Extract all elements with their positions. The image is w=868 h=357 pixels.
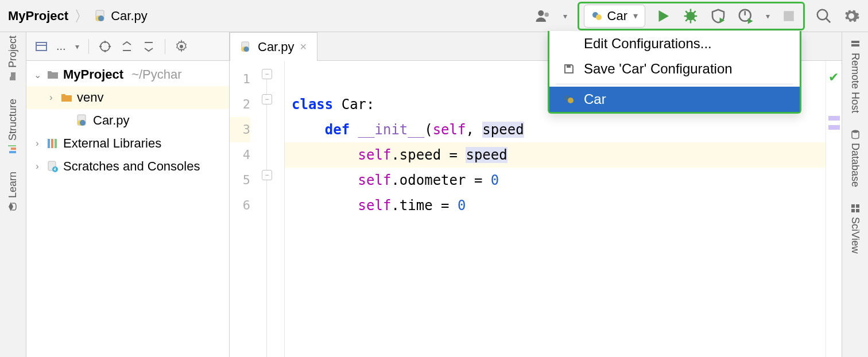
tool-label: Remote Host [849, 53, 861, 113]
svg-point-13 [568, 98, 574, 103]
svg-rect-23 [48, 139, 50, 148]
debug-button[interactable] [682, 7, 699, 25]
structure-icon [8, 144, 18, 154]
svg-rect-32 [851, 44, 859, 46]
learn-icon [8, 201, 18, 212]
python-file-icon [76, 114, 90, 127]
tab-label: Car.py [258, 40, 294, 55]
python-file-icon [241, 41, 252, 53]
breadcrumb-file[interactable]: Car.py [95, 9, 148, 24]
run-config-selector[interactable]: Car ▾ [584, 5, 645, 28]
navigation-bar: MyProject 〉 Car.py ▾ Car ▾ [0, 0, 868, 32]
svg-rect-14 [10, 151, 17, 153]
svg-rect-34 [851, 204, 855, 208]
database-icon [850, 129, 861, 139]
tool-database[interactable]: Database [849, 129, 861, 187]
python-icon [591, 10, 603, 22]
svg-rect-36 [851, 209, 855, 212]
chevron-right-icon: › [46, 92, 56, 103]
tree-file-car[interactable]: Car.py [26, 109, 229, 132]
folder-icon [8, 71, 18, 82]
marker[interactable] [828, 116, 840, 121]
marker[interactable] [828, 125, 840, 130]
right-tool-strip: Remote Host Database SciView [842, 32, 868, 357]
project-panel: ... ▾ ⌄ MyProject [26, 32, 230, 357]
fold-icon[interactable]: − [262, 69, 272, 79]
breadcrumb: MyProject 〉 Car.py [8, 9, 148, 24]
tool-label: Database [849, 143, 861, 187]
left-tool-strip: Project Structure Learn [0, 32, 26, 357]
svg-point-33 [852, 130, 859, 133]
dropdown-label: Save 'Car' Configuration [584, 61, 733, 77]
stop-button [780, 7, 797, 25]
dropdown-separator [556, 84, 793, 84]
line-number: 4 [230, 142, 250, 168]
tool-remote-host[interactable]: Remote Host [849, 39, 861, 113]
close-icon[interactable]: × [300, 40, 307, 53]
tab-car-py[interactable]: Car.py × [230, 32, 317, 61]
breadcrumb-project[interactable]: MyProject [8, 9, 68, 24]
dropdown-label: Edit Configurations... [584, 36, 712, 52]
svg-rect-16 [9, 145, 17, 146]
chevron-down-icon[interactable]: ▾ [563, 11, 567, 21]
svg-rect-31 [851, 41, 859, 43]
sciview-icon [850, 203, 861, 214]
chevron-down-icon: ⌄ [32, 69, 42, 80]
chevron-down-icon[interactable]: ▾ [75, 42, 79, 51]
svg-rect-25 [55, 139, 57, 148]
tree-scratches[interactable]: › Scratches and Consoles [26, 155, 229, 178]
svg-point-4 [544, 12, 549, 17]
dropdown-config-car[interactable]: Car [549, 87, 800, 112]
gear-icon[interactable] [175, 40, 188, 53]
tree-label: MyProject [63, 67, 123, 82]
tree-path: ~/Pychar [131, 67, 181, 82]
gear-icon[interactable] [843, 7, 860, 25]
project-view-label[interactable]: ... [56, 40, 66, 53]
tree-external-libraries[interactable]: › External Libraries [26, 132, 229, 155]
svg-rect-17 [36, 42, 46, 51]
search-icon[interactable] [815, 7, 832, 25]
project-view-icon[interactable] [34, 40, 48, 53]
line-number: 3 [230, 117, 250, 142]
line-number: 2 [230, 92, 250, 117]
tool-label: Learn [7, 172, 19, 198]
svg-rect-11 [567, 65, 571, 68]
svg-rect-24 [51, 139, 53, 148]
chevron-down-icon[interactable]: ▾ [766, 11, 770, 21]
chevron-right-icon: › [32, 138, 42, 149]
tree-label: Car.py [93, 113, 130, 128]
remote-icon [850, 39, 861, 49]
editor-indicator-column: ✔ [826, 61, 842, 357]
tool-sciview[interactable]: SciView [849, 203, 861, 254]
tree-label: Scratches and Consoles [63, 159, 200, 174]
tree-root[interactable]: ⌄ MyProject ~/Pychar [26, 63, 229, 86]
tree-label: External Libraries [63, 136, 161, 151]
chevron-right-icon: 〉 [72, 9, 91, 24]
fold-icon[interactable]: − [262, 170, 272, 180]
tool-learn[interactable]: Learn [7, 172, 19, 212]
locate-icon[interactable] [98, 40, 112, 53]
dropdown-save-configuration[interactable]: Save 'Car' Configuration [549, 56, 800, 82]
dropdown-edit-configurations[interactable]: Edit Configurations... [549, 31, 800, 56]
profile-button[interactable] [737, 7, 754, 25]
dropdown-label: Car [584, 91, 606, 107]
svg-rect-15 [11, 148, 17, 150]
run-button[interactable] [654, 7, 672, 25]
coverage-button[interactable] [710, 7, 727, 25]
project-toolbar: ... ▾ [26, 32, 229, 61]
svg-rect-37 [856, 209, 859, 212]
tool-structure[interactable]: Structure [7, 99, 19, 154]
tool-label: Project [7, 36, 19, 68]
tree-venv[interactable]: › venv [26, 86, 229, 109]
svg-point-6 [596, 14, 602, 20]
tree-label: venv [77, 90, 103, 105]
tool-label: Structure [7, 99, 19, 141]
expand-all-icon[interactable] [120, 40, 134, 53]
svg-point-18 [100, 42, 110, 51]
tool-project[interactable]: Project [7, 36, 19, 82]
svg-rect-35 [856, 204, 859, 208]
collapse-all-icon[interactable] [142, 40, 156, 53]
user-icon[interactable] [534, 7, 552, 25]
fold-icon[interactable]: − [262, 94, 272, 104]
line-number: 6 [230, 193, 250, 218]
